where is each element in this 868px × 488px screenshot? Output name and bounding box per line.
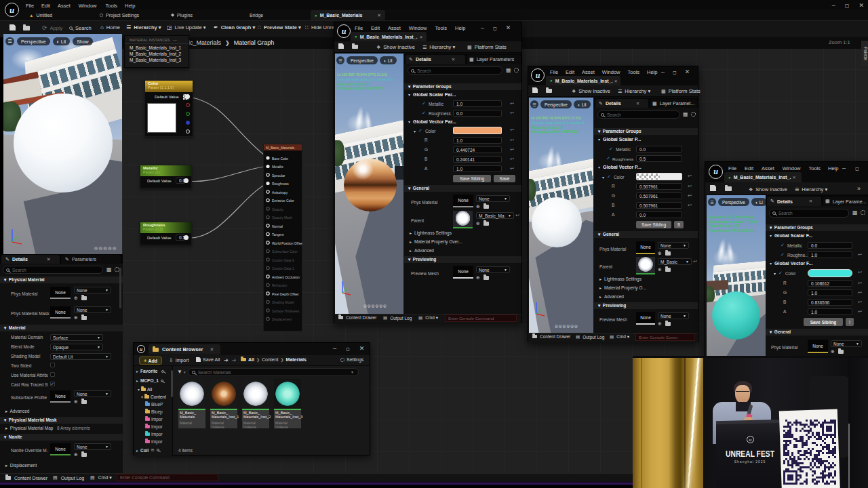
svg-text:Opacity Mask: Opacity Mask xyxy=(272,216,292,220)
svg-text:Shading Model: Shading Model xyxy=(272,301,294,304)
svg-text:Tangent: Tangent xyxy=(272,233,284,237)
svg-text:Anisotropy: Anisotropy xyxy=(272,191,288,195)
svg-text:Normal: Normal xyxy=(272,225,283,228)
svg-text:Custom Data 0: Custom Data 0 xyxy=(272,259,294,262)
svg-text:Pixel Depth Offset: Pixel Depth Offset xyxy=(272,293,299,296)
svg-text:Opacity: Opacity xyxy=(272,208,283,211)
svg-text:Refraction: Refraction xyxy=(272,284,288,287)
svg-text:Surface Thickness: Surface Thickness xyxy=(272,310,300,313)
svg-text:World Position Offset: World Position Offset xyxy=(272,242,302,245)
svg-text:Specular: Specular xyxy=(272,174,285,178)
svg-text:Roughness: Roughness xyxy=(272,182,289,186)
svg-text:Subsurface Color: Subsurface Color xyxy=(272,250,298,253)
svg-text:Base Color: Base Color xyxy=(272,157,289,161)
svg-text:Custom Data 1: Custom Data 1 xyxy=(272,267,294,270)
svg-text:Displacement: Displacement xyxy=(272,318,292,321)
svg-text:Emissive Color: Emissive Color xyxy=(272,199,294,203)
svg-text:Metallic: Metallic xyxy=(272,165,283,169)
svg-text:Ambient Occlusion: Ambient Occlusion xyxy=(272,276,300,279)
